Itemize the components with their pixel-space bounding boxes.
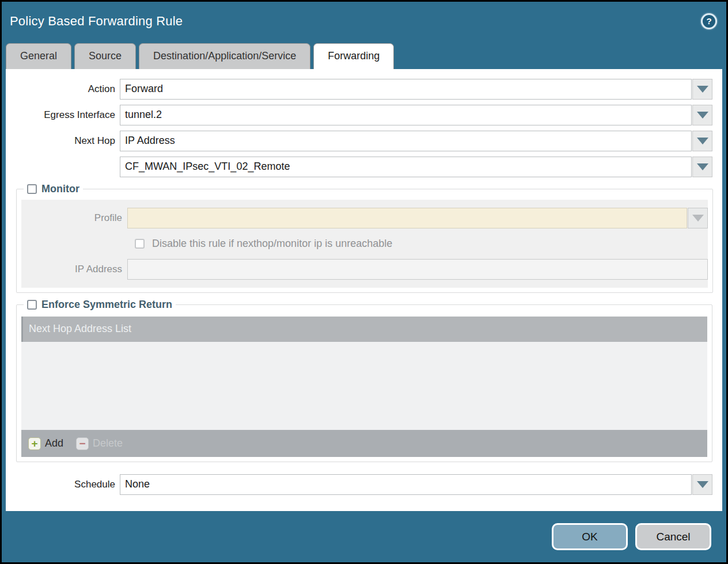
disable-rule-checkbox	[135, 239, 145, 249]
next-hop-address-select[interactable]: CF_MWAN_IPsec_VTI_02_Remote	[120, 157, 692, 177]
chevron-down-icon	[697, 163, 708, 170]
dialog-title: Policy Based Forwarding Rule	[10, 14, 183, 29]
dialog-footer: OK Cancel	[2, 511, 726, 562]
minus-icon: −	[76, 437, 89, 450]
tab-forwarding[interactable]: Forwarding	[313, 43, 394, 69]
next-hop-address-list-body[interactable]	[21, 342, 707, 430]
next-hop-label: Next Hop	[6, 135, 120, 147]
action-label: Action	[6, 83, 120, 95]
next-hop-row: Next Hop IP Address	[6, 131, 722, 151]
profile-select	[127, 208, 687, 228]
profile-dropdown-button	[688, 208, 708, 228]
next-hop-address-list-header: Next Hop Address List	[21, 317, 707, 342]
egress-interface-select[interactable]: tunnel.2	[120, 105, 692, 125]
tab-general[interactable]: General	[6, 43, 71, 69]
dialog-titlebar: Policy Based Forwarding Rule ?	[2, 2, 726, 40]
action-row: Action Forward	[6, 79, 722, 100]
egress-interface-row: Egress Interface tunnel.2	[6, 105, 722, 125]
monitor-ip-address-row: IP Address	[21, 259, 708, 280]
chevron-down-icon	[697, 112, 708, 119]
chevron-down-icon	[692, 215, 704, 222]
symmetric-return-checkbox[interactable]	[27, 300, 37, 310]
schedule-select[interactable]: None	[120, 474, 692, 495]
next-hop-dropdown-button[interactable]	[692, 131, 712, 151]
chevron-down-icon	[697, 481, 708, 488]
action-select[interactable]: Forward	[120, 79, 692, 100]
tab-destination-application-service[interactable]: Destination/Application/Service	[139, 43, 310, 69]
egress-interface-label: Egress Interface	[6, 109, 120, 121]
symmetric-return-section: Enforce Symmetric Return Next Hop Addres…	[16, 299, 712, 462]
next-hop-address-list-table: Next Hop Address List + Add − Delete	[21, 317, 707, 457]
schedule-dropdown-button[interactable]	[692, 474, 712, 495]
policy-based-forwarding-dialog: Policy Based Forwarding Rule ? General S…	[0, 0, 728, 564]
chevron-down-icon	[697, 86, 708, 93]
delete-button-label: Delete	[93, 437, 123, 449]
disable-rule-row: Disable this rule if nexthop/monitor ip …	[135, 238, 708, 250]
symmetric-return-section-label: Enforce Symmetric Return	[41, 299, 172, 311]
monitor-section-label: Monitor	[41, 183, 79, 195]
action-dropdown-button[interactable]	[692, 79, 712, 100]
schedule-row: Schedule None	[6, 474, 722, 495]
ok-button[interactable]: OK	[552, 523, 628, 550]
monitor-checkbox[interactable]	[27, 184, 37, 194]
next-hop-type-select[interactable]: IP Address	[120, 131, 692, 151]
monitor-ip-address-label: IP Address	[21, 264, 127, 275]
help-icon[interactable]: ?	[701, 13, 717, 29]
next-hop-address-row: CF_MWAN_IPsec_VTI_02_Remote	[6, 157, 722, 177]
cancel-button[interactable]: Cancel	[635, 523, 711, 550]
profile-row: Profile	[21, 208, 708, 228]
next-hop-address-list-toolbar: + Add − Delete	[21, 430, 707, 457]
tab-bar: General Source Destination/Application/S…	[2, 40, 726, 69]
chevron-down-icon	[697, 138, 708, 144]
monitor-section: Monitor Profile Disable this rule if nex…	[16, 183, 713, 293]
add-button[interactable]: + Add	[28, 437, 63, 450]
plus-icon: +	[28, 437, 41, 450]
delete-button: − Delete	[76, 437, 123, 450]
profile-label: Profile	[21, 212, 127, 224]
tab-source[interactable]: Source	[74, 43, 136, 69]
schedule-label: Schedule	[6, 479, 120, 490]
monitor-group-box: Profile Disable this rule if nexthop/mon…	[21, 200, 708, 288]
egress-interface-dropdown-button[interactable]	[692, 105, 712, 125]
next-hop-address-dropdown-button[interactable]	[692, 157, 712, 177]
symmetric-return-legend: Enforce Symmetric Return	[24, 299, 176, 311]
add-button-label: Add	[45, 437, 63, 449]
disable-rule-label: Disable this rule if nexthop/monitor ip …	[152, 238, 392, 250]
monitor-legend: Monitor	[24, 183, 83, 195]
forwarding-tab-panel: Action Forward Egress Interface tunnel.2…	[6, 69, 722, 511]
monitor-ip-address-input	[127, 259, 708, 280]
